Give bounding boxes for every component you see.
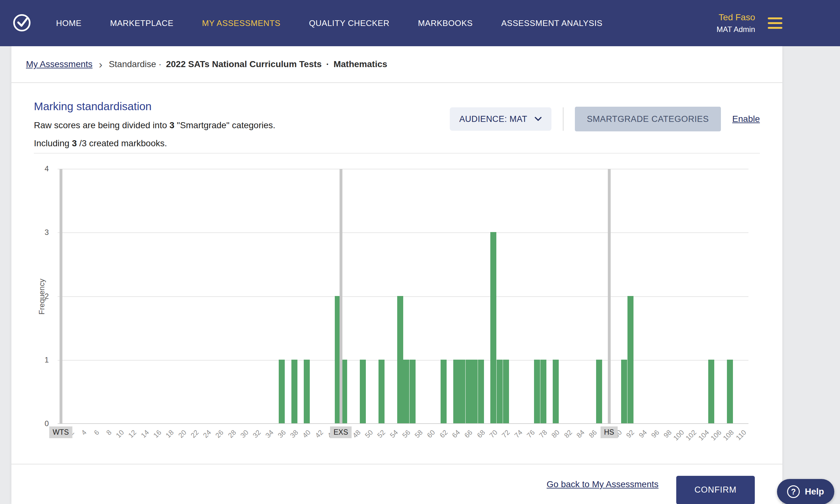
category-boundary-line (59, 169, 63, 424)
x-axis-tick-label: 108 (721, 428, 735, 442)
histogram-bar (503, 360, 509, 423)
x-axis-tick-label: 78 (538, 428, 549, 440)
enable-link[interactable]: Enable (732, 114, 760, 124)
nav-item-my-assessments[interactable]: MY ASSESSMENTS (202, 18, 281, 28)
x-axis-tick-label: 54 (388, 428, 400, 440)
score-histogram: Frequency 012342468101214161820222426283… (58, 169, 749, 424)
x-axis-tick-label: 32 (251, 428, 263, 440)
x-axis-tick-label: 22 (189, 428, 200, 440)
category-boundary-label: EXS (330, 427, 352, 438)
histogram-bar (409, 360, 416, 423)
user-role: MAT Admin (716, 25, 755, 34)
y-axis-tick-label: 0 (29, 419, 49, 428)
nav-menu: HOMEMARKETPLACEMY ASSESSMENTSQUALITY CHE… (56, 18, 602, 28)
x-axis-tick-label: 20 (177, 428, 188, 440)
x-axis-tick-label: 12 (127, 428, 138, 440)
x-axis-tick-label: 18 (164, 428, 175, 440)
histogram-bar (403, 360, 409, 423)
histogram-bar (490, 232, 496, 423)
nav-item-home[interactable]: HOME (56, 18, 82, 28)
x-axis-tick-label: 80 (550, 428, 562, 440)
gridline (58, 232, 749, 233)
y-axis-tick-label: 1 (29, 356, 49, 364)
x-axis-tick-label: 10 (114, 428, 126, 440)
x-axis-tick-label: 40 (301, 428, 313, 440)
smartgrade-logo-icon[interactable] (12, 13, 32, 34)
help-button[interactable]: ? Help (777, 479, 834, 504)
x-axis-tick-label: 26 (214, 428, 226, 440)
x-axis-tick-label: 84 (575, 428, 586, 440)
footer-bar: Go back to My Assessments CONFIRM (12, 464, 782, 504)
y-axis-tick-label: 4 (29, 164, 49, 173)
histogram-bar (596, 360, 602, 423)
histogram-bar (360, 360, 366, 423)
x-axis-tick-label: 60 (426, 428, 437, 440)
histogram-bar (379, 360, 385, 423)
x-axis-tick-label: 96 (650, 428, 661, 440)
histogram-bar (292, 360, 297, 423)
hamburger-menu-icon[interactable] (768, 17, 782, 29)
histogram-bar (628, 296, 633, 424)
x-axis-tick-label: 36 (276, 428, 287, 440)
y-axis-tick-label: 2 (29, 292, 49, 301)
description-line-2: Including 3 /3 created markbooks. (34, 137, 782, 150)
x-axis-tick-label: 16 (152, 428, 163, 440)
histogram-bar (279, 360, 285, 423)
histogram-bar (621, 360, 627, 423)
nav-item-markbooks[interactable]: MARKBOOKS (418, 18, 473, 28)
histogram-bar (304, 360, 310, 423)
go-back-link[interactable]: Go back to My Assessments (547, 479, 659, 489)
histogram-bar (397, 296, 403, 424)
histogram-bar (453, 360, 459, 423)
x-axis-tick-label: 24 (202, 428, 213, 440)
nav-item-assessment-analysis[interactable]: ASSESSMENT ANALYSIS (502, 18, 603, 28)
breadcrumb-dot: · (326, 59, 329, 69)
x-axis-tick-label: 50 (363, 428, 375, 440)
chevron-right-icon: › (97, 60, 104, 69)
x-axis-tick-label: 14 (139, 428, 151, 440)
histogram-bar (727, 360, 733, 423)
content-card: My Assessments › Standardise · 2022 SATs… (12, 46, 782, 504)
user-block: Ted Faso MAT Admin (716, 12, 755, 34)
x-axis-tick-label: 4 (80, 428, 88, 437)
x-axis-tick-label: 82 (562, 428, 574, 440)
x-axis-line (58, 423, 749, 424)
category-boundary-line (339, 169, 343, 424)
x-axis-tick-label: 92 (625, 428, 636, 440)
histogram-bar (478, 360, 484, 423)
x-axis-tick-label: 28 (226, 428, 238, 440)
audience-dropdown[interactable]: AUDIENCE: MAT (450, 107, 552, 131)
nav-item-quality-checker[interactable]: QUALITY CHECKER (309, 18, 389, 28)
x-axis-tick-label: 38 (288, 428, 300, 440)
x-axis-tick-label: 86 (587, 428, 599, 440)
x-axis-tick-label: 66 (463, 428, 474, 440)
x-axis-tick-label: 68 (475, 428, 487, 440)
confirm-button[interactable]: CONFIRM (676, 476, 755, 504)
category-boundary-label: HS (600, 427, 618, 438)
breadcrumb: My Assessments › Standardise · 2022 SATs… (12, 46, 782, 83)
breadcrumb-stage: Standardise · (109, 59, 161, 69)
histogram-bar (497, 360, 503, 423)
user-name: Ted Faso (716, 12, 755, 22)
histogram-bar (540, 360, 546, 423)
x-axis-tick-label: 102 (684, 428, 698, 442)
x-axis-tick-label: 100 (672, 428, 686, 442)
breadcrumb-link-my-assessments[interactable]: My Assessments (26, 59, 92, 69)
smartgrade-categories-button[interactable]: SMARTGRADE CATEGORIES (575, 107, 721, 131)
category-boundary-label: WTS (49, 427, 72, 438)
histogram-bar (466, 360, 472, 423)
x-axis-tick-label: 106 (709, 428, 723, 442)
histogram-bar (708, 360, 714, 423)
chart-controls: AUDIENCE: MAT SMARTGRADE CATEGORIES Enab… (450, 106, 760, 132)
histogram-bar (553, 360, 559, 423)
section-divider (34, 153, 760, 154)
x-axis-tick-label: 72 (500, 428, 511, 440)
x-axis-tick-label: 56 (401, 428, 412, 440)
top-nav: HOMEMARKETPLACEMY ASSESSMENTSQUALITY CHE… (0, 0, 840, 46)
nav-item-marketplace[interactable]: MARKETPLACE (110, 18, 173, 28)
breadcrumb-subject: Mathematics (334, 59, 387, 69)
x-axis-tick-label: 104 (697, 428, 711, 442)
x-axis-tick-label: 42 (314, 428, 325, 440)
x-axis-tick-label: 6 (92, 428, 101, 437)
x-axis-tick-label: 94 (637, 428, 649, 440)
